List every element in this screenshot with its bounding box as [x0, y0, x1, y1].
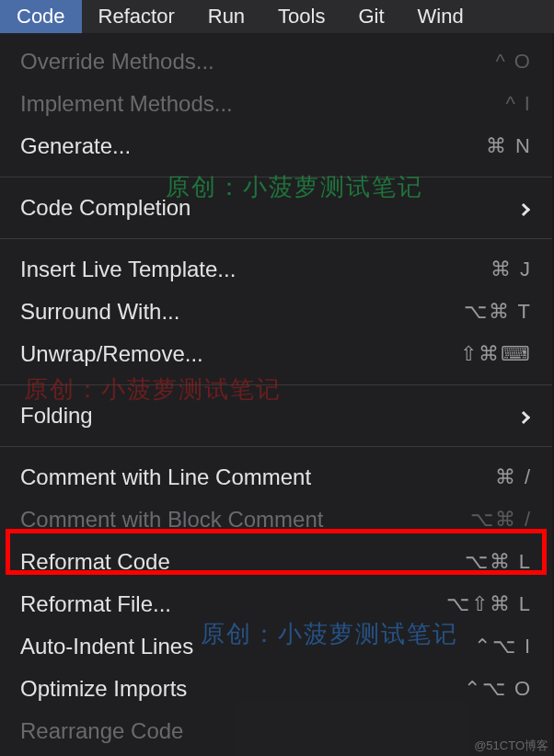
menu-implement-methods: Implement Methods... ^ I	[0, 83, 552, 125]
menu-line-comment[interactable]: Comment with Line Comment ⌘ /	[0, 456, 552, 498]
menu-reformat-code[interactable]: Reformat Code ⌥⌘ L	[0, 541, 552, 583]
menu-shortcut: ⌥⌘ T	[431, 300, 532, 324]
menu-shortcut: ⌥⇧⌘ L	[431, 592, 532, 616]
chevron-right-icon	[517, 411, 530, 424]
menubar-code[interactable]: Code	[0, 0, 82, 34]
menu-label: Override Methods...	[20, 49, 431, 74]
menu-separator	[0, 446, 552, 447]
menu-shortcut: ⌥⌘ /	[431, 508, 532, 532]
menu-label: Optimize Imports	[20, 676, 431, 702]
footer-credit: @51CTO博客	[474, 738, 548, 754]
menu-generate[interactable]: Generate... ⌘ N	[0, 125, 552, 167]
menu-override-methods: Override Methods... ^ O	[0, 40, 552, 83]
menu-label: Rearrange Code	[20, 718, 431, 744]
menu-reformat-file[interactable]: Reformat File... ⌥⇧⌘ L	[0, 583, 552, 625]
menu-surround-with[interactable]: Surround With... ⌥⌘ T	[0, 291, 552, 333]
menu-shortcut: ⌃⌥ I	[431, 635, 532, 659]
menu-label: Reformat Code	[20, 549, 431, 575]
menu-label: Auto-Indent Lines	[20, 634, 431, 659]
menubar-git[interactable]: Git	[341, 0, 400, 34]
submenu-indicator	[431, 404, 532, 428]
menu-unwrap-remove[interactable]: Unwrap/Remove... ⇧⌘⌨	[0, 333, 552, 375]
menu-shortcut: ⌘ J	[431, 258, 532, 281]
menu-insert-live-template[interactable]: Insert Live Template... ⌘ J	[0, 248, 552, 291]
menu-shortcut: ⌃⌥ O	[431, 677, 532, 701]
menu-label: Surround With...	[20, 299, 431, 325]
menu-label: Code Completion	[20, 195, 431, 221]
menu-shortcut: ⇧⌘⌨	[431, 342, 532, 366]
menu-folding[interactable]: Folding	[0, 395, 552, 437]
menu-code-completion[interactable]: Code Completion	[0, 187, 552, 229]
menu-separator	[0, 177, 552, 178]
menubar-run[interactable]: Run	[191, 0, 261, 34]
menu-label: Implement Methods...	[20, 91, 431, 117]
menu-label: Comment with Line Comment	[20, 464, 431, 490]
menubar-window[interactable]: Wind	[401, 0, 480, 34]
menu-shortcut: ^ I	[431, 92, 532, 116]
menu-separator	[0, 238, 552, 239]
menubar-tools[interactable]: Tools	[261, 0, 341, 34]
menu-shortcut: ⌥⌘ L	[431, 550, 532, 574]
menu-label: Folding	[20, 403, 431, 429]
menu-optimize-imports[interactable]: Optimize Imports ⌃⌥ O	[0, 668, 552, 710]
menu-shortcut: ⌘ /	[431, 465, 532, 489]
menu-label: Comment with Block Comment	[20, 507, 431, 533]
menu-shortcut: ⌘ N	[431, 134, 532, 158]
menu-label: Reformat File...	[20, 591, 431, 617]
chevron-right-icon	[517, 203, 530, 216]
menubar-refactor[interactable]: Refactor	[82, 0, 191, 34]
menu-rearrange-code: Rearrange Code	[0, 710, 552, 752]
menu-separator	[0, 384, 552, 385]
menu-label: Generate...	[20, 133, 431, 159]
menu-label: Insert Live Template...	[20, 257, 431, 282]
menu-block-comment: Comment with Block Comment ⌥⌘ /	[0, 498, 552, 541]
menubar: Code Refactor Run Tools Git Wind	[0, 0, 554, 33]
code-dropdown: Override Methods... ^ O Implement Method…	[0, 33, 552, 756]
menu-label: Unwrap/Remove...	[20, 341, 431, 367]
menu-shortcut: ^ O	[431, 50, 532, 74]
menu-auto-indent[interactable]: Auto-Indent Lines ⌃⌥ I	[0, 625, 552, 668]
submenu-indicator	[431, 196, 532, 220]
